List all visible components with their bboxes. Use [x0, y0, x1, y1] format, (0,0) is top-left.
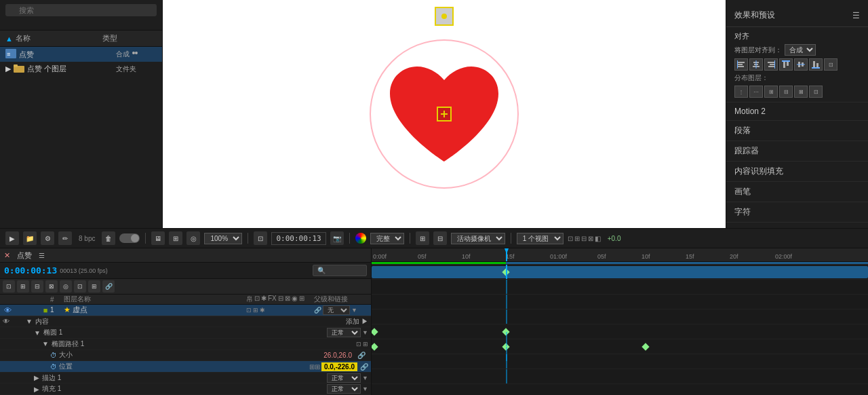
expand-path-icon[interactable]: ▼ — [42, 340, 49, 347]
timeline-tab-name[interactable]: 点赞 — [13, 250, 36, 261]
sw2[interactable]: ⊞ — [253, 307, 258, 314]
ruler-115f: 15f — [686, 253, 694, 260]
path-icons: ⊡ ⊞ — [356, 341, 368, 347]
plugin-paragraph[interactable]: 段落 — [726, 121, 868, 141]
dist-v-btn[interactable]: ⋯ — [749, 86, 763, 98]
project-item-name: 点赞 — [19, 50, 116, 60]
position-value[interactable]: 0.0,-226.0 — [321, 362, 357, 371]
dist-h-btn[interactable]: ⋮ — [734, 86, 748, 98]
timeline-search[interactable] — [313, 265, 367, 276]
crop-icon[interactable]: ⊡ — [254, 231, 267, 245]
view-dropdown[interactable]: 1 个视图 — [517, 233, 564, 244]
expand-ellipse-icon[interactable]: ▼ — [34, 329, 41, 337]
tl-tool6[interactable]: ⊡ — [74, 280, 86, 293]
plugin-motion2[interactable]: Motion 2 — [726, 102, 868, 121]
delete-icon[interactable]: 🗑 — [102, 231, 115, 245]
add-content-btn[interactable]: 添加 ▶ — [346, 317, 368, 326]
project-item-type: 合成 — [116, 50, 157, 59]
resolution-dropdown[interactable]: 完整 — [370, 233, 404, 244]
svg-rect-24 — [813, 61, 815, 67]
tl-tool7[interactable]: ⊞ — [88, 280, 100, 293]
region-icon[interactable]: ⊞ — [416, 231, 429, 245]
stroke-mode-dropdown[interactable]: 正常 — [327, 373, 361, 383]
camera-icon[interactable]: ◎ — [186, 231, 200, 245]
stroke-mode-arrow[interactable]: ▼ — [362, 375, 368, 381]
align-middle-btn[interactable] — [794, 58, 808, 71]
search-area[interactable]: 🔍 — [0, 0, 162, 31]
align-center-h-btn[interactable] — [749, 58, 763, 71]
align-to-dropdown[interactable]: 合成 — [785, 44, 816, 56]
distribute-btn[interactable]: ⊡ — [824, 58, 837, 71]
expand-content-icon[interactable]: ▼ — [26, 318, 33, 325]
align-top-btn[interactable] — [779, 58, 793, 71]
ellipse-mode-arrow[interactable]: ▼ — [362, 329, 368, 336]
align-right-btn[interactable] — [764, 58, 778, 71]
path-icon1[interactable]: ⊡ — [356, 341, 361, 347]
fill-mode-arrow[interactable]: ▼ — [362, 385, 368, 392]
plugin-brush[interactable]: 画笔 — [726, 182, 868, 202]
plugin-content-aware[interactable]: 内容识别填充 — [726, 162, 868, 182]
zoom-dropdown[interactable]: 100% — [204, 233, 242, 244]
col-switches-header: 帛⊡✱FX⊟⊠◉⊞ — [246, 295, 314, 304]
comp-settings-icon[interactable]: ⚙ — [41, 231, 54, 245]
plugin-chars[interactable]: 字符 — [726, 202, 868, 223]
project-item-folder[interactable]: ▶ 点赞 个图层 文件夹 — [0, 62, 162, 76]
stopwatch-size-icon[interactable]: ⏱ — [50, 352, 57, 359]
grid-icon[interactable]: ⊞ — [169, 231, 182, 245]
layer-icon[interactable]: ⊟ — [433, 231, 447, 245]
content-label: 内容 — [35, 317, 49, 326]
parent-dropdown[interactable]: 无 — [323, 305, 350, 315]
layer-col-headers: # 图层名称 帛⊡✱FX⊟⊠◉⊞ 父级和链接 — [0, 295, 371, 305]
ellipse-label: 椭圆 1 — [43, 328, 62, 337]
timecode-display[interactable]: 0:00:00:13 — [4, 265, 57, 276]
align-left-btn[interactable] — [734, 58, 748, 71]
sw1[interactable]: ⊡ — [246, 307, 252, 314]
prop-position-row[interactable]: ⏱ 位置 ⊞⊞ 0.0,-226.0 🔗 — [0, 361, 371, 373]
close-tab-icon[interactable]: ✕ — [4, 251, 10, 260]
svg-rect-5 — [14, 64, 18, 67]
svg-rect-7 — [738, 64, 743, 65]
tl-tool1[interactable]: ⊡ — [3, 280, 15, 293]
eye-content[interactable]: 👁 — [3, 318, 12, 325]
pencil-icon[interactable]: ✏ — [58, 231, 72, 245]
ellipse-mode-dropdown[interactable]: 正常 — [327, 328, 361, 337]
tl-tool4[interactable]: ⊠ — [45, 280, 58, 293]
eye-vis-icon[interactable]: 👁 — [3, 306, 12, 314]
effects-menu-icon[interactable]: ☰ — [852, 11, 860, 20]
camera-dropdown[interactable]: 活动摄像机 — [451, 233, 505, 244]
stopwatch-pos-icon[interactable]: ⏱ — [50, 363, 57, 371]
tag-icon[interactable]: ■ — [41, 306, 50, 314]
project-panel: 🔍 ▲ 名称 类型 ≡ 点赞 合成 ▶ 点赞 个图层 文件夹 — [0, 0, 163, 228]
sw3[interactable]: ✱ — [260, 307, 265, 314]
tl-tool2[interactable]: ⊞ — [17, 280, 29, 293]
layer-parent: 🔗 无 ▼ — [314, 305, 368, 315]
dist-btn5[interactable]: ⊠ — [794, 86, 808, 98]
ph-stroke — [506, 354, 507, 369]
dist-btn3[interactable]: ⊞ — [764, 86, 778, 98]
search-input[interactable] — [5, 4, 157, 16]
preview-icon[interactable]: ▶ — [5, 231, 19, 245]
plugin-tracker[interactable]: 跟踪器 — [726, 141, 868, 162]
path-icon2[interactable]: ⊞ — [363, 341, 368, 347]
tl-tool3[interactable]: ⊟ — [31, 280, 43, 293]
parent-arrow[interactable]: ▼ — [351, 307, 357, 314]
svg-rect-16 — [768, 66, 774, 67]
expand-fill-icon[interactable]: ▶ — [34, 385, 39, 393]
monitor-icon[interactable]: 🖥 — [151, 231, 165, 245]
track-content — [372, 280, 868, 295]
tl-tool8[interactable]: 🔗 — [102, 280, 115, 293]
fill-mode-dropdown[interactable]: 正常 — [327, 384, 361, 394]
dist-btn4[interactable]: ⊟ — [779, 86, 793, 98]
sort-arrow-icon: ▲ — [5, 35, 13, 43]
project-item-comp[interactable]: ≡ 点赞 合成 — [0, 47, 162, 62]
snapshot-icon[interactable]: 📷 — [330, 231, 344, 245]
tl-tool5[interactable]: ◎ — [60, 280, 72, 293]
toggle-btn[interactable] — [119, 233, 140, 243]
folder-icon2[interactable]: 📁 — [23, 231, 37, 245]
align-bottom-btn[interactable] — [809, 58, 823, 71]
expand-stroke-icon[interactable]: ▶ — [34, 374, 39, 381]
tab-menu-icon[interactable]: ☰ — [39, 252, 45, 259]
ph-ellipse — [506, 295, 507, 309]
layer-row-1[interactable]: 👁 ■ 1 ★ 虚点 ⊡⊞✱ 🔗 无 ▼ — [0, 305, 371, 316]
dist-btn6[interactable]: ⊡ — [809, 86, 823, 98]
